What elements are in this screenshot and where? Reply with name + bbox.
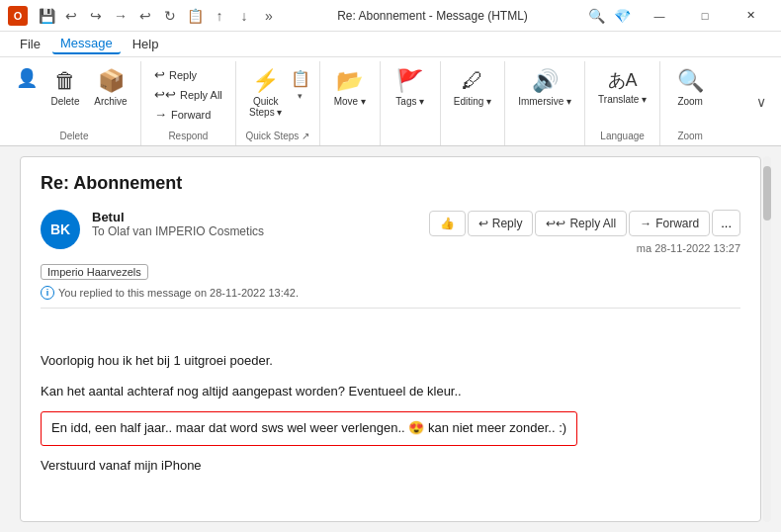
tags-label: Tags ▾ [395, 96, 424, 107]
search-icon[interactable]: 🔍 [585, 5, 607, 27]
move-button[interactable]: 📂 Move ▾ [328, 65, 372, 110]
more-nav-icon[interactable]: » [258, 5, 280, 27]
more-dots-icon: ... [721, 216, 732, 230]
respond-items: ↩ Reply ↩↩ Reply All → Forward [149, 61, 227, 124]
email-highlighted: En idd, een half jaar.. maar dat word sw… [41, 411, 577, 446]
forward-ribbon-label: Forward [171, 109, 211, 121]
like-button[interactable]: 👍 [429, 211, 466, 236]
reply-button[interactable]: ↩ Reply [468, 211, 534, 236]
translate-label: Translate ▾ [598, 94, 647, 105]
steps-extra-icon[interactable]: 📋 [290, 67, 311, 89]
quick-steps-button[interactable]: ⚡ QuickSteps ▾ [244, 65, 288, 121]
more-actions-button[interactable]: ... [712, 210, 740, 236]
redo-icon[interactable]: ↪ [85, 5, 107, 27]
editing-items: 🖊 Editing ▾ [449, 61, 496, 137]
zoom-button[interactable]: 🔍 Zoom [668, 65, 712, 110]
delete-label: Delete [51, 96, 80, 107]
window-controls: — □ ✕ [637, 0, 773, 32]
respond-group-label: Respond [168, 127, 208, 141]
close-button[interactable]: ✕ [728, 0, 773, 32]
ribbon-delete-items: 👤 🗑 Delete 📦 Archive [16, 61, 132, 127]
reply-all-ribbon-label: Reply All [180, 89, 222, 101]
scrollbar-thumb[interactable] [763, 166, 771, 221]
editing-label: Editing ▾ [454, 96, 491, 107]
editing-button[interactable]: 🖊 Editing ▾ [449, 65, 496, 110]
minimize-button[interactable]: — [637, 0, 682, 32]
archive-button[interactable]: 📦 Archive [89, 65, 132, 110]
zoom-icon: 🔍 [677, 68, 704, 94]
email-header: BK Betul To Olaf van IMPERIO Cosmetics 👍… [21, 202, 760, 262]
menu-file[interactable]: File [12, 35, 48, 53]
replied-notice-text: You replied to this message on 28-11-202… [58, 287, 299, 299]
delete-icon: 🗑 [54, 68, 76, 94]
ribbon-group-tags: 🚩 Tags ▾ [381, 61, 441, 145]
quicksteps-group-label: Quick Steps ↗ [245, 127, 309, 141]
ribbon-group-delete: 👤 🗑 Delete 📦 Archive Delete [8, 61, 141, 145]
window-title: Re: Abonnement - Message (HTML) [284, 9, 581, 23]
down-arrow-icon[interactable]: ↓ [233, 5, 255, 27]
ribbon-group-immersive: 🔊 Immersive ▾ [505, 61, 585, 145]
reply-ribbon-button[interactable]: ↩ Reply [149, 65, 227, 84]
undo2-icon[interactable]: ↩ [134, 5, 156, 27]
reply-ribbon-icon: ↩ [154, 67, 165, 82]
sender-name: Betul [92, 210, 417, 224]
forward-button[interactable]: → Forward [629, 211, 710, 236]
zoom-items: 🔍 Zoom [668, 61, 712, 127]
outlook-logo: O [8, 6, 28, 26]
immersive-button[interactable]: 🔊 Immersive ▾ [513, 65, 576, 110]
tags-items: 🚩 Tags ▾ [389, 61, 432, 137]
maximize-button[interactable]: □ [682, 0, 728, 32]
immersive-icon: 🔊 [532, 68, 559, 94]
reply-label: Reply [492, 217, 523, 230]
delete-button[interactable]: 🗑 Delete [43, 65, 87, 110]
replied-notice: i You replied to this message on 28-11-2… [41, 286, 740, 300]
email-container: Re: Abonnement BK Betul To Olaf van IMPE… [20, 156, 761, 522]
ribbon-group-quicksteps: ⚡ QuickSteps ▾ 📋 ▾ Quick Steps ↗ [236, 61, 320, 145]
translate-icon: あA [608, 68, 638, 92]
move-label: Move ▾ [334, 96, 366, 107]
language-group-label: Language [600, 127, 645, 141]
forward-label: Forward [655, 217, 699, 230]
email-signature: Verstuurd vanaf mijn iPhone [41, 456, 740, 477]
tags-button[interactable]: 🚩 Tags ▾ [389, 65, 432, 110]
undo-icon[interactable]: ↩ [60, 5, 82, 27]
move-items: 📂 Move ▾ [328, 61, 372, 137]
reply-all-icon: ↩↩ [546, 217, 565, 230]
email-meta: Betul To Olaf van IMPERIO Cosmetics [92, 210, 417, 238]
quicksteps-items: ⚡ QuickSteps ▾ 📋 ▾ [244, 61, 311, 127]
email-line2: Voorlopig hou ik het bij 1 uitgroei poed… [41, 351, 740, 372]
forward-ribbon-button[interactable]: → Forward [149, 105, 227, 124]
up-arrow-icon[interactable]: ↑ [209, 5, 230, 27]
reply-all-ribbon-icon: ↩↩ [154, 87, 176, 102]
email-line1 [41, 320, 740, 341]
title-bar-quick-actions: 💾 ↩ ↪ → ↩ ↻ 📋 ↑ ↓ » [36, 5, 280, 27]
clipboard-icon[interactable]: 📋 [184, 5, 206, 27]
user-icon[interactable]: 👤 [16, 67, 38, 89]
archive-label: Archive [94, 96, 127, 107]
zoom-group-label: Zoom [677, 127, 703, 141]
title-bar: O 💾 ↩ ↪ → ↩ ↻ 📋 ↑ ↓ » Re: Abonnement - M… [0, 0, 781, 32]
ribbon-collapse-button[interactable]: ∨ [749, 90, 773, 114]
zoom-label: Zoom [677, 96, 703, 107]
menu-help[interactable]: Help [125, 35, 167, 53]
reply-all-ribbon-button[interactable]: ↩↩ Reply All [149, 85, 227, 104]
tags-icon: 🚩 [396, 68, 423, 94]
email-area: Re: Abonnement BK Betul To Olaf van IMPE… [10, 156, 771, 522]
editing-icon: 🖊 [462, 68, 483, 94]
quick-steps-label: QuickSteps ▾ [249, 96, 282, 118]
reply-all-button[interactable]: ↩↩ Reply All [535, 211, 627, 236]
email-subject: Re: Abonnement [21, 157, 760, 202]
ribbon-group-editing: 🖊 Editing ▾ [441, 61, 505, 145]
diamond-icon[interactable]: 💎 [611, 5, 633, 27]
avatar: BK [41, 210, 80, 249]
ribbon-group-respond: ↩ Reply ↩↩ Reply All → Forward Respond [141, 61, 236, 145]
translate-button[interactable]: あA Translate ▾ [593, 65, 651, 108]
email-date: ma 28-11-2022 13:27 [637, 242, 740, 254]
archive-icon: 📦 [98, 68, 125, 94]
menu-message[interactable]: Message [52, 34, 121, 54]
ribbon-group-language: あA Translate ▾ Language [585, 61, 660, 145]
refresh-icon[interactable]: ↻ [159, 5, 181, 27]
save-icon[interactable]: 💾 [36, 5, 57, 27]
reply-all-label: Reply All [569, 217, 616, 230]
forward-nav-icon[interactable]: → [110, 5, 131, 27]
